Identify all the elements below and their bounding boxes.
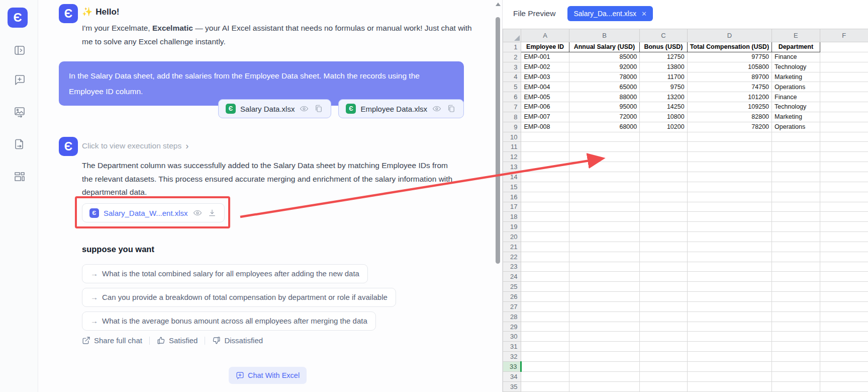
row-header[interactable]: 1 bbox=[503, 42, 521, 52]
cell[interactable] bbox=[687, 262, 771, 272]
cell[interactable] bbox=[569, 292, 639, 302]
cell[interactable] bbox=[521, 242, 569, 252]
cell[interactable] bbox=[521, 172, 569, 182]
column-header[interactable]: F bbox=[820, 29, 868, 42]
row-header[interactable]: 27 bbox=[503, 301, 521, 311]
cell[interactable]: Marketing bbox=[772, 72, 820, 82]
cell[interactable] bbox=[820, 202, 868, 212]
cell[interactable] bbox=[569, 252, 639, 262]
close-tab-icon[interactable]: ✕ bbox=[641, 10, 647, 18]
row-header[interactable]: 22 bbox=[503, 252, 521, 262]
cell[interactable] bbox=[569, 371, 639, 381]
cell[interactable] bbox=[521, 262, 569, 272]
cell[interactable] bbox=[772, 172, 820, 182]
cell[interactable] bbox=[569, 282, 639, 292]
cell[interactable]: 13800 bbox=[640, 62, 687, 72]
row-header[interactable]: 5 bbox=[503, 82, 521, 92]
column-header[interactable]: E bbox=[772, 29, 820, 42]
cell[interactable] bbox=[772, 352, 820, 362]
column-header[interactable]: C bbox=[640, 29, 687, 42]
row-header[interactable]: 9 bbox=[503, 122, 521, 132]
cell[interactable]: Technology bbox=[772, 102, 820, 112]
cell[interactable]: 95000 bbox=[569, 102, 639, 112]
row-header[interactable]: 30 bbox=[503, 332, 521, 342]
excelmatic-logo[interactable]: Є bbox=[8, 8, 28, 28]
cell[interactable]: 68000 bbox=[569, 122, 639, 132]
row-header[interactable]: 20 bbox=[503, 232, 521, 242]
cell[interactable]: 105800 bbox=[687, 62, 771, 72]
row-header[interactable]: 11 bbox=[503, 142, 521, 152]
cell[interactable]: 11700 bbox=[640, 72, 687, 82]
cell[interactable] bbox=[521, 292, 569, 302]
cell[interactable] bbox=[569, 202, 639, 212]
new-chat-icon[interactable] bbox=[13, 73, 26, 87]
cell[interactable] bbox=[820, 362, 868, 372]
cell[interactable] bbox=[820, 142, 868, 152]
row-header[interactable]: 21 bbox=[503, 242, 521, 252]
column-header[interactable]: B bbox=[569, 29, 639, 42]
cell[interactable] bbox=[820, 52, 868, 62]
cell[interactable] bbox=[640, 311, 687, 322]
row-header[interactable]: 26 bbox=[503, 292, 521, 302]
cell[interactable] bbox=[820, 262, 868, 272]
cell[interactable] bbox=[521, 272, 569, 282]
cell[interactable] bbox=[521, 352, 569, 362]
cell[interactable] bbox=[521, 301, 569, 311]
cell[interactable] bbox=[772, 381, 820, 391]
cell[interactable] bbox=[772, 292, 820, 302]
cell[interactable]: 82800 bbox=[687, 112, 771, 122]
cell[interactable] bbox=[772, 192, 820, 202]
image-convert-icon[interactable] bbox=[13, 106, 26, 119]
cell[interactable] bbox=[569, 301, 639, 311]
row-header[interactable]: 10 bbox=[503, 132, 521, 142]
cell[interactable] bbox=[569, 311, 639, 322]
cell[interactable]: 92000 bbox=[569, 62, 639, 72]
cell[interactable] bbox=[687, 332, 771, 342]
sessions-panel-icon[interactable] bbox=[13, 44, 26, 57]
cell[interactable] bbox=[687, 362, 771, 372]
cell[interactable] bbox=[820, 162, 868, 172]
copy-icon[interactable] bbox=[446, 104, 456, 114]
cell[interactable] bbox=[569, 232, 639, 242]
row-header[interactable]: 23 bbox=[503, 262, 521, 272]
row-header[interactable]: 19 bbox=[503, 222, 521, 232]
cell[interactable] bbox=[521, 371, 569, 381]
scrollbar-thumb[interactable] bbox=[496, 17, 500, 264]
cell[interactable] bbox=[772, 152, 820, 162]
cell[interactable]: 10800 bbox=[640, 112, 687, 122]
cell[interactable] bbox=[521, 182, 569, 192]
cell[interactable] bbox=[820, 381, 868, 391]
cell[interactable]: 9750 bbox=[640, 82, 687, 92]
cell[interactable] bbox=[820, 192, 868, 202]
cell[interactable] bbox=[569, 162, 639, 172]
cell[interactable] bbox=[640, 301, 687, 311]
cell[interactable] bbox=[772, 222, 820, 232]
cell[interactable]: 89700 bbox=[687, 72, 771, 82]
cell[interactable] bbox=[569, 332, 639, 342]
preview-eye-icon[interactable] bbox=[432, 104, 442, 114]
cell[interactable] bbox=[640, 232, 687, 242]
cell[interactable] bbox=[521, 202, 569, 212]
cell[interactable] bbox=[820, 132, 868, 142]
cell[interactable] bbox=[687, 252, 771, 262]
cell[interactable] bbox=[521, 142, 569, 152]
cell[interactable]: 65000 bbox=[569, 82, 639, 92]
cell[interactable] bbox=[640, 342, 687, 352]
column-header[interactable]: A bbox=[521, 29, 569, 42]
cell[interactable]: Technology bbox=[772, 62, 820, 72]
cell[interactable] bbox=[687, 371, 771, 381]
cell[interactable] bbox=[687, 222, 771, 232]
cell[interactable] bbox=[640, 152, 687, 162]
row-header[interactable]: 7 bbox=[503, 102, 521, 112]
cell[interactable] bbox=[640, 242, 687, 252]
cell[interactable]: 85000 bbox=[569, 52, 639, 62]
cell[interactable] bbox=[521, 232, 569, 242]
cell[interactable] bbox=[820, 172, 868, 182]
cell[interactable] bbox=[569, 352, 639, 362]
cell[interactable] bbox=[687, 272, 771, 282]
cell[interactable] bbox=[772, 212, 820, 222]
row-header[interactable]: 14 bbox=[503, 172, 521, 182]
cell[interactable] bbox=[820, 301, 868, 311]
cell[interactable] bbox=[772, 262, 820, 272]
row-header[interactable]: 3 bbox=[503, 62, 521, 72]
